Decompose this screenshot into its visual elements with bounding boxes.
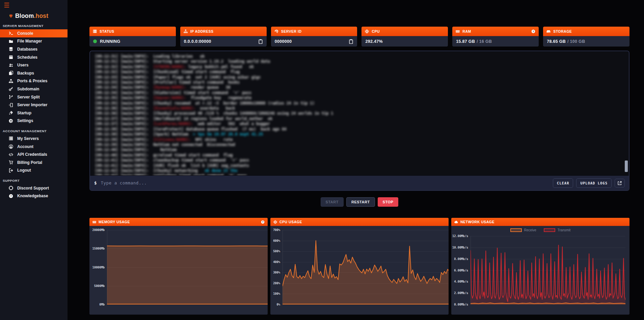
bloom-flower-icon: [9, 14, 13, 18]
code-icon: [8, 152, 14, 157]
database-icon: [8, 47, 14, 51]
sidebar-item-label: Ports & Proxies: [17, 79, 47, 83]
charts-row: MEMORY USAGE?20000Mb15000Mb10000Mb5000Mb…: [89, 218, 629, 315]
status-dot: [93, 39, 97, 43]
card-header: IP ADDRESS: [180, 27, 267, 36]
sidebar-item-label: Account: [17, 144, 33, 149]
card-header: CPU: [361, 27, 448, 36]
command-prompt: $: [94, 180, 97, 185]
y-axis-tick: 200%: [270, 282, 280, 285]
ram-icon: [456, 29, 460, 33]
sidebar-item-label: Discord Support: [17, 186, 49, 191]
command-input[interactable]: [101, 180, 550, 185]
question-icon: ?: [8, 194, 14, 198]
sidebar-item-api-credentials[interactable]: API Credentials: [0, 150, 68, 158]
legend-swatch: [544, 228, 555, 232]
copy-button[interactable]: [349, 39, 353, 44]
fingerprint-icon: [274, 29, 278, 33]
sidebar-item-billing-portal[interactable]: Billing Portal: [0, 158, 68, 167]
card-value-total: / 16 GB: [477, 39, 492, 44]
console-log-line: [09:12:37] [main/INFO]: [WorldGuard] 14 …: [95, 116, 629, 121]
y-axis-tick: 5000Mb: [89, 284, 105, 288]
help-button[interactable]: ?: [261, 220, 265, 224]
sidebar-item-schedules[interactable]: Schedules: [0, 53, 68, 61]
restart-button[interactable]: RESTART: [346, 197, 375, 207]
menu-icon[interactable]: ☰: [0, 0, 11, 8]
svg-text:?: ?: [262, 221, 263, 223]
card-title: SERVER ID: [281, 29, 302, 33]
y-axis-tick: 0%: [270, 303, 280, 306]
card-header: STATUS: [89, 27, 176, 36]
console-log-line: [09:12:32] [main/INFO]: [STDERR/WARN]: l…: [95, 64, 629, 69]
start-button[interactable]: START: [321, 197, 344, 207]
sidebar-item-knowledgebase[interactable]: ?Knowledgebase: [0, 192, 68, 200]
clipboard-icon: [349, 39, 353, 44]
legend-item-transmit[interactable]: Transmit: [544, 228, 571, 232]
legend-swatch: [510, 228, 522, 232]
sidebar-item-backups[interactable]: Backups: [0, 69, 68, 77]
card-value: 0000000: [275, 39, 292, 44]
branch-icon: [8, 95, 14, 99]
sidebar-item-databases[interactable]: Databases: [0, 45, 68, 53]
sidebar-item-discord-support[interactable]: Discord Support: [0, 184, 68, 192]
sidebar-item-startup[interactable]: Startup: [0, 109, 68, 117]
logout-icon: [8, 168, 14, 173]
sidebar-item-logout[interactable]: Logout: [0, 167, 68, 175]
sidebar-item-users[interactable]: Users: [0, 61, 68, 69]
console-log[interactable]: [09:12:31] [main/INFO]: Loading librarie…: [90, 51, 629, 175]
stop-button[interactable]: STOP: [378, 197, 399, 207]
question-icon: ?: [261, 220, 265, 224]
card-value: 292.47%: [365, 39, 382, 44]
console-scrollbar-thumb[interactable]: [625, 161, 628, 172]
logo-text: Bloom.host: [15, 12, 48, 20]
sidebar-item-label: Startup: [17, 111, 31, 115]
external-link-icon: [617, 181, 622, 185]
sidebar: ☰ Bloom.host SERVER MANAGEMENTConsoleFil…: [0, 0, 68, 320]
card-title: CPU: [372, 29, 380, 33]
y-axis-tick: 4.00Mb/s: [451, 280, 468, 283]
sidebar-item-subdomain[interactable]: Subdomain: [0, 85, 68, 93]
logo[interactable]: Bloom.host: [9, 12, 68, 20]
console-log-line: [09:12:40] [main/INFO]: NetViem: [95, 147, 629, 152]
card-storage: STORAGE78.65 GB/ 100 GB: [543, 27, 629, 47]
copy-button[interactable]: [258, 39, 263, 44]
sidebar-item-settings[interactable]: Settings: [0, 117, 68, 125]
sidebar-item-file-manager[interactable]: File Manager: [0, 37, 68, 46]
help-button[interactable]: ?: [531, 29, 535, 33]
account-icon: [8, 144, 14, 149]
clear-button[interactable]: CLEAR: [553, 178, 573, 188]
card-value: 78.65 GB: [547, 39, 566, 44]
console-log-line: [09:12:39] [main/INFO]: [Citizens/WARN]:…: [95, 137, 629, 142]
sidebar-item-server-split[interactable]: Server Split: [0, 93, 68, 101]
y-axis-tick: 15000Mb: [89, 247, 105, 250]
sidebar-item-label: Console: [17, 31, 33, 36]
console-log-line: [09:12:40] [main/INFO]: gcreload timed s…: [95, 153, 629, 158]
sidebar-item-console[interactable]: Console: [0, 29, 68, 37]
console-log-line: [09:12:41] [main/INFO]: [AVR] flush ok l…: [95, 163, 629, 168]
sidebar-item-label: Subdomain: [17, 87, 39, 91]
sidebar-item-ports-proxies[interactable]: Ports & Proxies: [0, 77, 68, 85]
chart-header: NETWORK USAGE: [451, 218, 629, 226]
console-log-line: [09:12:32] [main/INFO]: [ChunkLoad] time…: [95, 69, 629, 75]
y-axis-tick: 10000Mb: [89, 266, 105, 269]
upload-logs-button[interactable]: UPLOAD LOGS: [576, 178, 612, 188]
section-label-server-management: SERVER MANAGEMENT: [3, 24, 68, 28]
expand-console-button[interactable]: [615, 179, 625, 187]
sidebar-nav: SERVER MANAGEMENTConsoleFile ManagerData…: [0, 24, 68, 200]
card-value: 15.87 GB: [456, 39, 475, 44]
chart-header: CPU USAGE: [270, 218, 449, 226]
card-title: IP ADDRESS: [190, 29, 214, 33]
legend-item-receive[interactable]: Receive: [510, 228, 536, 232]
y-axis-tick: 400%: [270, 260, 280, 264]
sidebar-item-account[interactable]: Account: [0, 143, 68, 151]
console-log-line: [09:12:31] [main/INFO]: Starting server …: [95, 59, 629, 64]
status-icon: [93, 29, 97, 33]
question-icon: ?: [531, 29, 535, 33]
sidebar-item-my-servers[interactable]: My Servers: [0, 135, 68, 143]
sidebar-item-server-importer[interactable]: Server Importer: [0, 101, 68, 109]
sidebar-item-label: Server Split: [17, 95, 40, 99]
copy-icon: [8, 71, 14, 75]
lifering-icon: [8, 186, 14, 190]
power-actions: START RESTART STOP: [89, 197, 629, 207]
status-cards-row: STATUSRUNNINGIP ADDRESS0.0.0.0:00000SERV…: [89, 27, 629, 47]
